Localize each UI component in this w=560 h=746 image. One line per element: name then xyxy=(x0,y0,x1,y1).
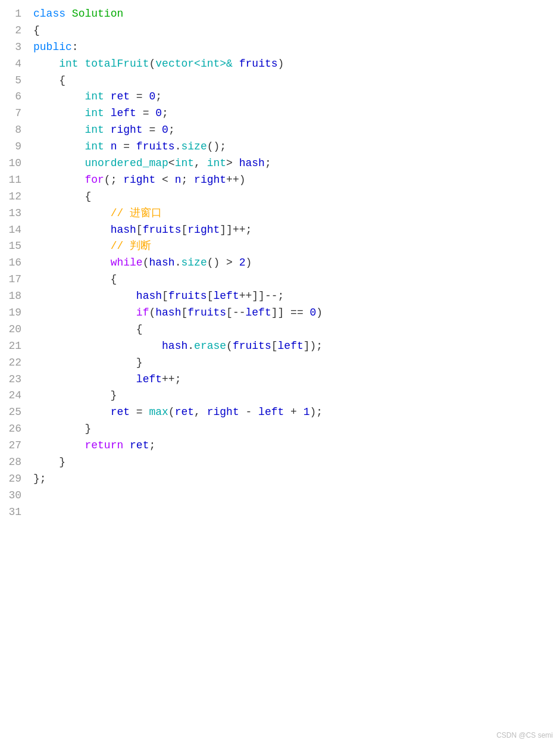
code-line-31 xyxy=(33,504,560,521)
ln-23: 23 xyxy=(0,372,21,388)
ln-5: 5 xyxy=(0,73,21,89)
code-line-20: { xyxy=(33,322,560,338)
ln-14: 14 xyxy=(0,222,21,239)
code-line-12: { xyxy=(33,189,560,205)
ln-3: 3 xyxy=(0,39,21,56)
keyword-int-6: int xyxy=(85,90,104,102)
code-line-14: hash[fruits[right]]++; xyxy=(33,222,560,239)
ln-12: 12 xyxy=(0,189,21,205)
ln-19: 19 xyxy=(0,305,21,322)
keyword-int-9: int xyxy=(85,141,104,152)
code-editor: 1 2 3 4 5 6 7 8 9 10 11 12 13 14 15 16 1… xyxy=(0,0,560,527)
code-line-11: for(; right < n; right++) xyxy=(33,172,560,189)
code-line-23: left++; xyxy=(33,372,560,388)
watermark: CSDN @CS semi xyxy=(496,730,553,741)
code-line-22: } xyxy=(33,355,560,372)
code-line-15: // 判断 xyxy=(33,238,560,255)
ln-18: 18 xyxy=(0,288,21,305)
keyword-int-vec: int xyxy=(201,58,220,70)
code-content: class Solution { public: int totalFruit(… xyxy=(31,6,560,521)
code-line-8: int right = 0; xyxy=(33,122,560,139)
ln-29: 29 xyxy=(0,471,21,488)
code-line-26: } xyxy=(33,421,560,438)
code-line-10: unordered_map<int, int> hash; xyxy=(33,155,560,172)
code-line-16: while(hash.size() > 2) xyxy=(33,255,560,271)
ln-22: 22 xyxy=(0,355,21,372)
ln-11: 11 xyxy=(0,172,21,189)
keyword-int-7: int xyxy=(85,107,104,119)
param-fruits: fruits xyxy=(239,58,278,70)
ln-7: 7 xyxy=(0,105,21,122)
ln-16: 16 xyxy=(0,255,21,271)
code-line-27: return ret; xyxy=(33,438,560,454)
ln-9: 9 xyxy=(0,139,21,155)
ln-2: 2 xyxy=(0,23,21,39)
ln-24: 24 xyxy=(0,388,21,404)
ln-1: 1 xyxy=(0,6,21,23)
code-line-21: hash.erase(fruits[left]); xyxy=(33,338,560,355)
code-line-7: int left = 0; xyxy=(33,105,560,122)
func-totalfruit: totalFruit xyxy=(85,58,149,70)
code-line-1: class Solution xyxy=(33,6,560,23)
code-line-28: } xyxy=(33,454,560,471)
ln-6: 6 xyxy=(0,89,21,105)
code-line-2: { xyxy=(33,23,560,39)
ln-31: 31 xyxy=(0,504,21,521)
keyword-int-4: int xyxy=(59,58,78,70)
code-line-17: { xyxy=(33,271,560,288)
code-line-24: } xyxy=(33,388,560,404)
keyword-class: class xyxy=(33,8,65,20)
ln-15: 15 xyxy=(0,238,21,255)
type-unordered-map: unordered_map xyxy=(85,157,168,169)
code-line-19: if(hash[fruits[--left]] == 0) xyxy=(33,305,560,322)
keyword-public: public xyxy=(33,41,72,53)
code-line-29: }; xyxy=(33,471,560,488)
code-line-6: int ret = 0; xyxy=(33,89,560,105)
ln-21: 21 xyxy=(0,338,21,355)
ln-8: 8 xyxy=(0,122,21,139)
ln-17: 17 xyxy=(0,271,21,288)
code-line-3: public: xyxy=(33,39,560,56)
code-line-25: ret = max(ret, right - left + 1); xyxy=(33,404,560,421)
keyword-while: while xyxy=(111,257,143,269)
class-name-solution: Solution xyxy=(72,8,123,20)
code-line-13: // 进窗口 xyxy=(33,205,560,222)
comment-judge: // 判断 xyxy=(111,240,151,252)
code-line-30 xyxy=(33,488,560,504)
comment-enter-window: // 进窗口 xyxy=(111,207,162,219)
code-line-4: int totalFruit(vector<int>& fruits) xyxy=(33,56,560,73)
ln-27: 27 xyxy=(0,438,21,454)
ln-26: 26 xyxy=(0,421,21,438)
line-numbers: 1 2 3 4 5 6 7 8 9 10 11 12 13 14 15 16 1… xyxy=(0,6,31,521)
keyword-if: if xyxy=(136,307,149,319)
ln-28: 28 xyxy=(0,454,21,471)
code-line-5: { xyxy=(33,73,560,89)
ln-13: 13 xyxy=(0,205,21,222)
ln-25: 25 xyxy=(0,404,21,421)
keyword-int-8: int xyxy=(85,124,104,136)
keyword-return: return xyxy=(85,439,123,451)
ln-30: 30 xyxy=(0,488,21,504)
param-vector: vector< xyxy=(155,58,201,70)
ln-4: 4 xyxy=(0,56,21,73)
code-line-18: hash[fruits[left++]]--; xyxy=(33,288,560,305)
keyword-for: for xyxy=(85,174,104,186)
ln-10: 10 xyxy=(0,155,21,172)
code-line-9: int n = fruits.size(); xyxy=(33,139,560,155)
ln-20: 20 xyxy=(0,322,21,338)
